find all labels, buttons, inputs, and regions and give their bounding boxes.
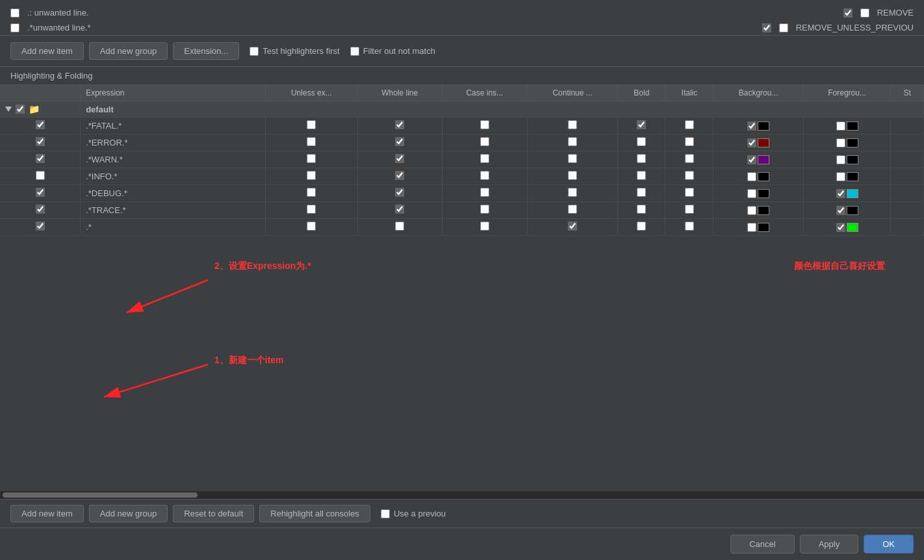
error-bold-cb[interactable] [637, 137, 646, 146]
info-italic[interactable] [665, 168, 713, 185]
use-previous-checkbox[interactable] [381, 509, 390, 518]
info-case-cb[interactable] [480, 171, 489, 180]
dotstar-bg-cb[interactable] [747, 223, 756, 232]
trace-unless[interactable] [265, 202, 357, 219]
warn-checkbox[interactable] [36, 154, 45, 163]
debug-bg[interactable] [713, 185, 803, 202]
fatal-check-cell[interactable] [0, 118, 81, 134]
debug-fg-swatch[interactable] [847, 189, 858, 198]
warn-italic-cb[interactable] [685, 154, 694, 163]
fatal-fg-cb[interactable] [836, 121, 845, 131]
row1-checkbox[interactable] [10, 8, 19, 18]
dotstar-bg-swatch[interactable] [758, 223, 769, 232]
error-unless-cb[interactable] [307, 137, 316, 146]
ok-button[interactable]: OK [864, 535, 914, 554]
fatal-bold-cb[interactable] [637, 120, 646, 129]
fatal-whole-line[interactable] [357, 118, 442, 134]
error-fg[interactable] [803, 134, 891, 151]
trace-italic[interactable] [665, 202, 713, 219]
warn-whole-line[interactable] [357, 151, 442, 168]
reset-to-default-btn[interactable]: Reset to default [173, 505, 254, 522]
error-whole-line[interactable] [357, 134, 442, 151]
dotstar-bold-cb[interactable] [637, 222, 646, 231]
fatal-fg[interactable] [803, 118, 891, 134]
trace-cont-cb[interactable] [568, 205, 577, 214]
info-cont-cb[interactable] [568, 171, 577, 180]
trace-bg-swatch[interactable] [758, 206, 769, 215]
fatal-cont-cb[interactable] [568, 120, 577, 129]
scrollbar-thumb[interactable] [3, 492, 198, 498]
dotstar-whole-cb[interactable] [395, 222, 404, 231]
trace-bg[interactable] [713, 202, 803, 219]
rehighlight-all-btn[interactable]: Rehighlight all consoles [259, 505, 370, 522]
debug-fg-cb[interactable] [836, 189, 845, 198]
dotstar-fg-swatch[interactable] [847, 223, 858, 232]
dotstar-italic[interactable] [665, 219, 713, 236]
trace-fg-cb[interactable] [836, 206, 845, 215]
add-new-group-btn-bottom[interactable]: Add new group [89, 505, 168, 522]
apply-button[interactable]: Apply [800, 535, 859, 554]
row1-check2[interactable] [843, 8, 853, 18]
warn-bold-cb[interactable] [637, 154, 646, 163]
warn-continue[interactable] [527, 151, 617, 168]
warn-italic[interactable] [665, 151, 713, 168]
row1-check3[interactable] [860, 8, 869, 18]
fatal-unless-cb[interactable] [307, 120, 316, 129]
dotstar-check-cell[interactable] [0, 219, 81, 236]
error-whole-cb[interactable] [395, 137, 404, 146]
row2-check3[interactable] [779, 23, 788, 32]
fatal-whole-cb[interactable] [395, 120, 404, 129]
warn-bg-cb[interactable] [747, 155, 756, 164]
error-bg-cb[interactable] [747, 138, 756, 147]
row2-checkbox[interactable] [10, 23, 19, 32]
error-bold[interactable] [618, 134, 665, 151]
trace-bold[interactable] [618, 202, 665, 219]
debug-italic-cb[interactable] [685, 188, 694, 197]
fatal-bg-swatch[interactable] [758, 121, 769, 131]
trace-fg[interactable] [803, 202, 891, 219]
error-case-ins[interactable] [442, 134, 527, 151]
warn-unless-cb[interactable] [307, 154, 316, 163]
error-fg-swatch[interactable] [847, 138, 858, 147]
debug-checkbox[interactable] [36, 188, 45, 197]
dotstar-bg[interactable] [713, 219, 803, 236]
warn-whole-cb[interactable] [395, 154, 404, 163]
debug-whole-line[interactable] [357, 185, 442, 202]
dotstar-case-cb[interactable] [480, 222, 489, 231]
info-bg-swatch[interactable] [758, 172, 769, 181]
debug-unless[interactable] [265, 185, 357, 202]
debug-fg[interactable] [803, 185, 891, 202]
debug-case-cb[interactable] [480, 188, 489, 197]
table-wrapper[interactable]: Expression Unless ex... Whole line Case … [0, 85, 924, 491]
trace-bg-cb[interactable] [747, 206, 756, 215]
warn-fg-cb[interactable] [836, 155, 845, 164]
debug-bold[interactable] [618, 185, 665, 202]
add-new-item-btn-bottom[interactable]: Add new item [10, 505, 84, 522]
filter-out-checkbox[interactable] [350, 47, 359, 56]
error-fg-cb[interactable] [836, 138, 845, 147]
info-fg-cb[interactable] [836, 172, 845, 181]
group-checkbox[interactable] [16, 105, 25, 114]
error-italic-cb[interactable] [685, 137, 694, 146]
warn-bold[interactable] [618, 151, 665, 168]
trace-continue[interactable] [527, 202, 617, 219]
trace-check-cell[interactable] [0, 202, 81, 219]
trace-case-ins[interactable] [442, 202, 527, 219]
info-bold-cb[interactable] [637, 171, 646, 180]
row2-check2[interactable] [762, 23, 771, 32]
trace-whole-line[interactable] [357, 202, 442, 219]
trace-checkbox[interactable] [36, 205, 45, 214]
trace-case-cb[interactable] [480, 205, 489, 214]
debug-bold-cb[interactable] [637, 188, 646, 197]
info-whole-cb[interactable] [395, 171, 404, 180]
info-fg-swatch[interactable] [847, 172, 858, 181]
debug-check-cell[interactable] [0, 185, 81, 202]
info-whole-line[interactable] [357, 168, 442, 185]
debug-case-ins[interactable] [442, 185, 527, 202]
fatal-fg-swatch[interactable] [847, 121, 858, 131]
debug-whole-cb[interactable] [395, 188, 404, 197]
dotstar-checkbox[interactable] [36, 222, 45, 231]
debug-bg-swatch[interactable] [758, 189, 769, 198]
fatal-case-ins[interactable] [442, 118, 527, 134]
info-bg-cb[interactable] [747, 172, 756, 181]
